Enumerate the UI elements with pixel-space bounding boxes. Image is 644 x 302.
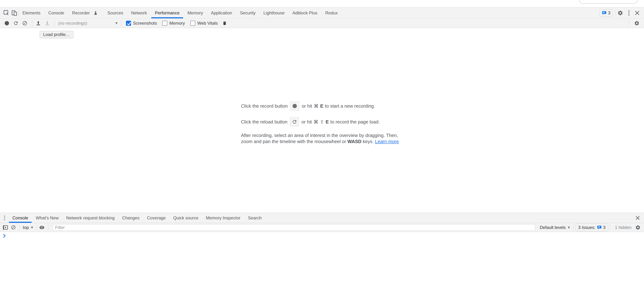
live-expression-eye-icon[interactable] [38,224,46,231]
drawer-tab-changes[interactable]: Changes [118,213,143,223]
clear-console-icon[interactable] [10,224,17,231]
checkbox-checked-icon [126,21,131,26]
tab-application[interactable]: Application [207,8,236,18]
divider [610,225,610,230]
drawer-tabbar: Console What's New Network request block… [0,213,644,223]
trash-icon[interactable] [221,19,228,27]
devtools-window: Elements Console Recorder Sources Networ… [0,0,644,302]
drawer-tab-whats-new[interactable]: What's New [32,213,62,223]
record-hint-row: Click the record button or hit ⌘ E to st… [241,101,375,111]
tab-console[interactable]: Console [44,8,68,18]
reload-hint-row: Click the reload button or hit ⌘ ⇧ E to … [241,117,380,126]
clear-recordings-button[interactable] [21,19,29,27]
tab-memory[interactable]: Memory [184,8,207,18]
flask-preview-icon [92,11,100,15]
divider [32,20,32,26]
issues-count: 3 [608,11,610,16]
issues-bubble-icon [602,11,606,15]
drawer-tab-search[interactable]: Search [244,213,266,223]
browser-popup-remnant [579,0,638,4]
drawer-tab-quick-source[interactable]: Quick source [170,213,202,223]
panel-tabs: Elements Console Recorder Sources Networ… [18,8,342,18]
tab-redux[interactable]: Redux [321,8,342,18]
tab-elements[interactable]: Elements [18,8,44,18]
device-toolbar-icon[interactable] [10,8,18,18]
devtools-main-tabbar: Elements Console Recorder Sources Networ… [0,7,644,19]
javascript-context-select[interactable]: top ▼ [22,225,34,230]
usage-paragraph: After recording, select an area of inter… [241,132,399,144]
tab-recorder[interactable]: Recorder [68,8,104,18]
divider [36,225,36,230]
browser-chrome-strip [0,0,644,7]
console-sidebar-toggle-icon[interactable] [2,224,9,231]
reload-and-record-button[interactable] [12,19,20,27]
memory-checkbox[interactable]: Memory [162,21,185,26]
issues-counter-button[interactable]: 3 [600,9,613,17]
drawer-tab-network-request-blocking[interactable]: Network request blocking [62,213,118,223]
tab-lighthouse[interactable]: Lighthouse [260,8,288,18]
divider [121,20,121,26]
issues-bubble-icon [597,226,602,229]
settings-gear-icon[interactable] [616,8,625,18]
console-issues-count: 3 [603,225,606,230]
learn-more-link[interactable]: Learn more [375,139,399,144]
reload-button-illustration [290,117,299,126]
drawer-tabs: Console What's New Network request block… [8,213,266,223]
console-issues-button[interactable]: 3 Issues: 3 [576,224,608,231]
log-levels-select[interactable]: Default levels ▼ [538,225,572,230]
record-button-illustration [290,101,299,110]
more-options-kebab-icon[interactable] [625,8,633,18]
divider [574,225,574,230]
inspect-element-icon[interactable] [2,8,10,18]
drawer-tab-coverage[interactable]: Coverage [143,213,170,223]
console-toolbar: top ▼ Default levels ▼ 3 Issues: 3 1 hid… [0,223,644,232]
capture-settings-gear-icon[interactable] [633,19,641,27]
console-settings-gear-icon[interactable] [634,224,642,231]
screenshots-checkbox[interactable]: Screenshots [126,21,157,26]
checkbox-unchecked-icon [162,21,167,26]
performance-toolbar: (no recordings) ▼ Screenshots Memory Web… [0,19,644,28]
record-button[interactable] [3,19,11,27]
console-output-area[interactable] [0,232,644,302]
tab-sources[interactable]: Sources [104,8,127,18]
drawer-more-tabs-kebab-icon[interactable] [2,216,7,220]
chevron-down-icon: ▼ [568,226,570,229]
divider [48,225,48,230]
tab-adblock-plus[interactable]: Adblock Plus [288,8,322,18]
drawer-tab-console[interactable]: Console [8,213,32,223]
shift-key-glyph: ⇧ [320,119,324,125]
console-filter-input[interactable] [53,224,535,231]
tab-performance[interactable]: Performance [151,8,184,18]
cmd-key-glyph: ⌘ [314,119,318,125]
performance-panel-content: Load profile… Click the record button or… [0,28,644,213]
tab-security[interactable]: Security [236,8,260,18]
close-drawer-button[interactable] [636,216,640,220]
close-devtools-button[interactable] [633,8,642,18]
drawer-tab-memory-inspector[interactable]: Memory Inspector [202,213,244,223]
reload-icon [292,119,297,124]
cmd-key-glyph: ⌘ [314,103,318,109]
load-profile-tooltip: Load profile… [40,31,73,38]
chevron-down-icon: ▼ [31,226,33,229]
chevron-down-icon: ▼ [115,22,118,25]
performance-landing-instructions: Click the record button or hit ⌘ E to st… [241,101,399,144]
save-profile-button[interactable] [43,19,51,27]
checkbox-unchecked-icon [190,21,195,26]
console-prompt-chevron-icon[interactable] [3,234,6,238]
recordings-select[interactable]: (no recordings) ▼ [57,21,119,26]
web-vitals-checkbox[interactable]: Web Vitals [190,21,218,26]
hidden-messages-label: 1 hidden [615,225,632,230]
record-dot-icon [292,104,297,108]
divider [629,20,629,26]
load-profile-button[interactable] [34,19,42,27]
tab-network[interactable]: Network [127,8,151,18]
